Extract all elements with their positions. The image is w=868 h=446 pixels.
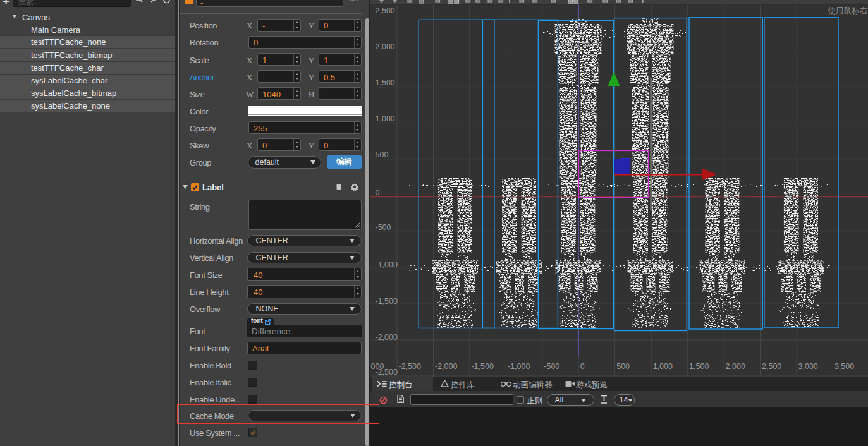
- svg-text:000: 000: [371, 362, 384, 371]
- svg-text:3,000: 3,000: [798, 362, 818, 371]
- svg-text:2,500: 2,500: [762, 362, 781, 371]
- svg-text:2,500: 2,500: [376, 6, 395, 15]
- svg-text:-500: -500: [376, 223, 391, 232]
- svg-text:-1,000: -1,000: [508, 362, 530, 371]
- svg-text:1,500: 1,500: [376, 78, 395, 87]
- svg-text:2,000: 2,000: [726, 362, 745, 371]
- svg-text:-1,500: -1,500: [376, 297, 398, 306]
- svg-text:3,500: 3,500: [834, 362, 854, 371]
- svg-text:使用鼠标右: 使用鼠标右: [828, 6, 868, 15]
- svg-text:-2,000: -2,000: [435, 362, 457, 371]
- svg-text:0: 0: [580, 362, 585, 371]
- svg-text:-1,500: -1,500: [471, 362, 493, 371]
- svg-text:-1,000: -1,000: [376, 260, 398, 269]
- svg-text:-2,500: -2,500: [399, 362, 421, 371]
- svg-text:-500: -500: [544, 362, 559, 371]
- svg-text:1,500: 1,500: [689, 362, 709, 371]
- svg-text:-2,000: -2,000: [376, 333, 398, 342]
- svg-text:500: 500: [376, 150, 389, 159]
- svg-text:500: 500: [616, 362, 630, 371]
- svg-text:0: 0: [376, 188, 380, 197]
- svg-text:1,000: 1,000: [653, 362, 673, 371]
- svg-text:1,000: 1,000: [376, 114, 395, 123]
- svg-text:2,000: 2,000: [376, 42, 395, 51]
